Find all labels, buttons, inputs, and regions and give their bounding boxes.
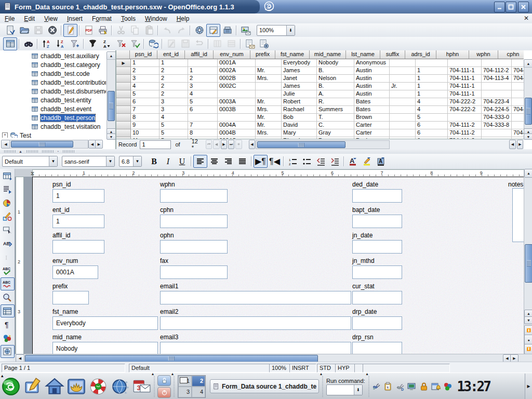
horizontal-ruler[interactable]: ⧖ 123456789 xyxy=(15,169,532,177)
cell-fst_name[interactable]: James xyxy=(282,67,317,75)
cell-cphn[interactable] xyxy=(512,83,524,90)
column-header-env_num[interactable]: env_num xyxy=(214,50,250,59)
edit-data-icon[interactable] xyxy=(206,24,220,37)
menu-format[interactable]: Format xyxy=(87,15,116,23)
data-sources-toggle-icon[interactable] xyxy=(3,37,17,50)
cell-psn_id[interactable]: 1 xyxy=(131,59,159,67)
column-header-fst_name[interactable]: fst_name xyxy=(275,50,310,59)
cell-cphn[interactable]: 704-99 xyxy=(512,106,524,114)
web-browser-icon[interactable] xyxy=(109,376,131,397)
knotes-icon[interactable] xyxy=(22,376,44,397)
cell-affil_id[interactable] xyxy=(188,59,218,67)
open-document-icon[interactable] xyxy=(17,24,31,37)
minimize-button[interactable] xyxy=(494,2,505,12)
suse-menu-icon[interactable] xyxy=(0,376,22,397)
cell-mid_name[interactable]: A. xyxy=(317,90,354,98)
cell-affil_id[interactable]: 4 xyxy=(188,90,218,98)
column-header-adrs_id[interactable]: adrs_id xyxy=(405,50,436,59)
zoom-tool-icon[interactable] xyxy=(1,291,15,304)
navigator-icon[interactable] xyxy=(192,24,206,37)
display-settings-icon[interactable] xyxy=(406,380,418,392)
chevron-down-icon[interactable]: ⬇ xyxy=(286,25,295,35)
tree-item-entity[interactable]: chaddb_test.entity xyxy=(0,96,106,104)
first-record-button[interactable]: ⏮ xyxy=(206,140,212,149)
tree-scroll-down[interactable]: ▼ xyxy=(107,134,116,140)
cell-mid_name[interactable]: R. xyxy=(317,98,354,106)
spellcheck-icon[interactable]: ABC xyxy=(1,264,15,277)
form-input-ded_date[interactable] xyxy=(352,189,402,203)
cell-wphn[interactable] xyxy=(482,129,512,137)
cell-prefix[interactable] xyxy=(256,83,282,90)
close-document-icon[interactable]: ✕ xyxy=(524,15,529,22)
cell-hphn[interactable]: 704-222-2 xyxy=(448,98,482,106)
tree-item-event[interactable]: chaddb_test.event xyxy=(0,104,106,113)
klipper-icon[interactable]: k xyxy=(382,380,394,392)
data-to-text-icon[interactable] xyxy=(243,37,257,50)
cell-suffix[interactable] xyxy=(390,90,416,98)
cell-env_num[interactable] xyxy=(218,90,256,98)
row-header[interactable] xyxy=(116,90,131,98)
underline-button[interactable]: U xyxy=(175,155,189,168)
cell-env_num[interactable]: 0002B xyxy=(218,75,256,83)
document-vscrollbar[interactable]: ▲ ▲ ▼ ⏫ ● ⏬ xyxy=(524,169,532,354)
panel-clock[interactable]: 13:27 xyxy=(457,379,490,394)
cell-suffix[interactable] xyxy=(390,106,416,114)
tree-scroll-right[interactable]: ▶ xyxy=(95,140,103,149)
insert-section-icon[interactable] xyxy=(1,183,15,196)
run-command-input[interactable]: ⬇ xyxy=(326,384,363,395)
grid-scroll-down[interactable]: ▼ xyxy=(524,134,532,140)
document-hscrollbar[interactable]: ◀ ◀ ▶ xyxy=(15,354,532,362)
cell-hphn[interactable] xyxy=(448,59,482,67)
record-number-input[interactable] xyxy=(140,140,171,149)
remove-filter-icon[interactable] xyxy=(114,37,128,50)
column-header-prefix[interactable]: prefix xyxy=(250,50,275,59)
chevron-down-icon[interactable]: ▼ xyxy=(106,156,114,166)
lock-session-button[interactable] xyxy=(157,375,171,386)
draw-functions-icon[interactable] xyxy=(1,210,15,223)
cell-suffix[interactable] xyxy=(390,98,416,106)
panel-hide-arrow-icon[interactable]: ▴ xyxy=(1,373,4,378)
find-record-icon[interactable] xyxy=(21,37,35,50)
zoom-combo[interactable]: 100%⬇ xyxy=(257,25,295,36)
close-button[interactable] xyxy=(518,2,529,12)
cell-mid_name[interactable]: Gray xyxy=(317,129,354,137)
column-header-psn_id[interactable]: psn_id xyxy=(130,50,157,59)
cell-fst_name[interactable]: Everybody xyxy=(282,59,317,67)
increase-indent-button[interactable] xyxy=(328,155,342,168)
decrease-indent-button[interactable] xyxy=(314,155,328,168)
form-input-ent_id[interactable]: 1 xyxy=(52,215,104,228)
cell-affil_id[interactable] xyxy=(188,114,218,122)
cell-affil_id[interactable]: 3 xyxy=(188,83,218,90)
pager-desktop-1[interactable]: 1 xyxy=(178,376,192,387)
redo-icon[interactable] xyxy=(174,24,188,37)
cell-psn_id[interactable]: 9 xyxy=(131,122,159,129)
cell-hphn[interactable] xyxy=(448,114,482,122)
form-input-cur_stat[interactable] xyxy=(352,291,402,304)
tree-root-test[interactable]: +Test xyxy=(0,131,106,138)
chevron-down-icon[interactable]: ▼ xyxy=(49,156,57,166)
gallery-icon[interactable] xyxy=(220,24,234,37)
task-button[interactable]: Form_Data source 1_chaddb_te xyxy=(210,379,319,393)
splitter-pin-icon[interactable]: ◔ xyxy=(57,150,59,153)
align-right-button[interactable] xyxy=(221,155,235,168)
cell-wphn[interactable]: 704-333-8 xyxy=(482,122,512,129)
cell-adrs_id[interactable]: 4 xyxy=(416,98,448,106)
cell-ent_id[interactable]: 3 xyxy=(159,106,188,114)
cell-prefix[interactable] xyxy=(256,59,282,67)
cell-adrs_id[interactable]: 4 xyxy=(416,106,448,114)
form-input-drp_rsn[interactable] xyxy=(352,342,402,354)
cell-ent_id[interactable]: 5 xyxy=(159,129,188,137)
cell-psn_id[interactable]: 5 xyxy=(131,90,159,98)
row-header[interactable] xyxy=(116,75,131,83)
background-color-button[interactable]: A xyxy=(374,155,388,168)
cell-cphn[interactable]: 704-99 xyxy=(512,129,524,137)
undo-data-entry-icon[interactable] xyxy=(192,37,206,50)
apply-filter-icon[interactable] xyxy=(128,37,142,50)
cell-mid_name[interactable]: Nelson xyxy=(317,75,354,83)
powersave-icon[interactable] xyxy=(442,380,454,392)
cell-prefix[interactable]: Mr. xyxy=(256,67,282,75)
cell-fst_name[interactable]: Robert xyxy=(282,98,317,106)
left-to-right-button[interactable]: ▶¶ xyxy=(254,155,268,168)
status-zoom[interactable]: 100% xyxy=(269,364,291,373)
row-header[interactable] xyxy=(116,122,131,129)
